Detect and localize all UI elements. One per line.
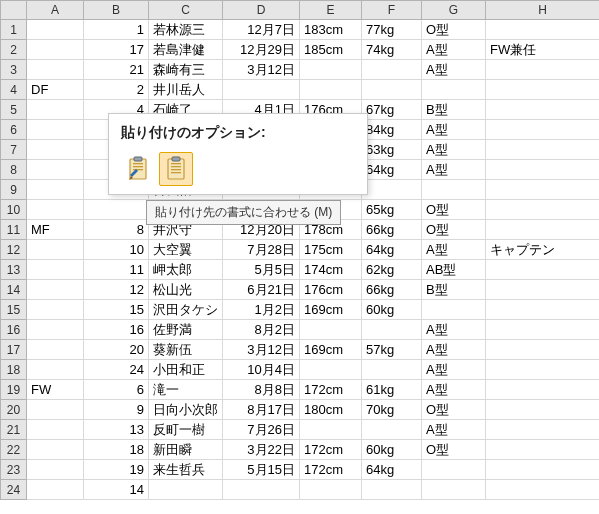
cell-C12[interactable]: 大空翼 [149, 240, 223, 260]
col-header-G[interactable]: G [422, 1, 486, 20]
cell-E15[interactable]: 169cm [300, 300, 362, 320]
cell-G8[interactable]: A型 [422, 160, 486, 180]
cell-E2[interactable]: 185cm [300, 40, 362, 60]
row-header[interactable]: 6 [1, 120, 27, 140]
cell-H7[interactable] [486, 140, 600, 160]
cell-B1[interactable]: 1 [84, 20, 149, 40]
cell-F8[interactable]: 64kg [362, 160, 422, 180]
row-header[interactable]: 11 [1, 220, 27, 240]
cell-G20[interactable]: O型 [422, 400, 486, 420]
col-header-D[interactable]: D [223, 1, 300, 20]
cell-D4[interactable] [223, 80, 300, 100]
row-header[interactable]: 13 [1, 260, 27, 280]
row-header[interactable]: 16 [1, 320, 27, 340]
cell-F15[interactable]: 60kg [362, 300, 422, 320]
cell-C13[interactable]: 岬太郎 [149, 260, 223, 280]
cell-D19[interactable]: 8月8日 [223, 380, 300, 400]
col-header-C[interactable]: C [149, 1, 223, 20]
cell-E18[interactable] [300, 360, 362, 380]
cell-C16[interactable]: 佐野満 [149, 320, 223, 340]
cell-E13[interactable]: 174cm [300, 260, 362, 280]
cell-D23[interactable]: 5月15日 [223, 460, 300, 480]
cell-A19[interactable]: FW [27, 380, 84, 400]
cell-A24[interactable] [27, 480, 84, 500]
cell-H20[interactable] [486, 400, 600, 420]
cell-A8[interactable] [27, 160, 84, 180]
cell-B16[interactable]: 16 [84, 320, 149, 340]
cell-F18[interactable] [362, 360, 422, 380]
cell-A9[interactable] [27, 180, 84, 200]
cell-E17[interactable]: 169cm [300, 340, 362, 360]
row-header[interactable]: 9 [1, 180, 27, 200]
cell-D13[interactable]: 5月5日 [223, 260, 300, 280]
cell-G7[interactable]: A型 [422, 140, 486, 160]
cell-F9[interactable] [362, 180, 422, 200]
cell-F21[interactable] [362, 420, 422, 440]
cell-F11[interactable]: 66kg [362, 220, 422, 240]
cell-A20[interactable] [27, 400, 84, 420]
cell-H3[interactable] [486, 60, 600, 80]
row-header[interactable]: 22 [1, 440, 27, 460]
cell-F3[interactable] [362, 60, 422, 80]
cell-H5[interactable] [486, 100, 600, 120]
cell-G11[interactable]: O型 [422, 220, 486, 240]
cell-B23[interactable]: 19 [84, 460, 149, 480]
row-header[interactable]: 20 [1, 400, 27, 420]
cell-H23[interactable] [486, 460, 600, 480]
cell-F13[interactable]: 62kg [362, 260, 422, 280]
cell-B14[interactable]: 12 [84, 280, 149, 300]
cell-F14[interactable]: 66kg [362, 280, 422, 300]
cell-C14[interactable]: 松山光 [149, 280, 223, 300]
cell-F5[interactable]: 67kg [362, 100, 422, 120]
cell-G24[interactable] [422, 480, 486, 500]
cell-D3[interactable]: 3月12日 [223, 60, 300, 80]
cell-H10[interactable] [486, 200, 600, 220]
cell-B15[interactable]: 15 [84, 300, 149, 320]
cell-A15[interactable] [27, 300, 84, 320]
cell-E14[interactable]: 176cm [300, 280, 362, 300]
cell-H4[interactable] [486, 80, 600, 100]
cell-C1[interactable]: 若林源三 [149, 20, 223, 40]
paste-keep-source-formatting-button[interactable] [121, 152, 155, 186]
cell-A6[interactable] [27, 120, 84, 140]
cell-D24[interactable] [223, 480, 300, 500]
row-header[interactable]: 21 [1, 420, 27, 440]
col-header-B[interactable]: B [84, 1, 149, 20]
cell-A11[interactable]: MF [27, 220, 84, 240]
cell-D18[interactable]: 10月4日 [223, 360, 300, 380]
cell-H24[interactable] [486, 480, 600, 500]
row-header[interactable]: 4 [1, 80, 27, 100]
cell-G19[interactable]: A型 [422, 380, 486, 400]
cell-A7[interactable] [27, 140, 84, 160]
cell-D12[interactable]: 7月28日 [223, 240, 300, 260]
cell-D1[interactable]: 12月7日 [223, 20, 300, 40]
cell-F22[interactable]: 60kg [362, 440, 422, 460]
cell-A23[interactable] [27, 460, 84, 480]
cell-E1[interactable]: 183cm [300, 20, 362, 40]
cell-E4[interactable] [300, 80, 362, 100]
cell-B3[interactable]: 21 [84, 60, 149, 80]
cell-G14[interactable]: B型 [422, 280, 486, 300]
cell-A1[interactable] [27, 20, 84, 40]
cell-H17[interactable] [486, 340, 600, 360]
cell-E12[interactable]: 175cm [300, 240, 362, 260]
cell-E21[interactable] [300, 420, 362, 440]
cell-A5[interactable] [27, 100, 84, 120]
cell-G10[interactable]: O型 [422, 200, 486, 220]
cell-H16[interactable] [486, 320, 600, 340]
col-header-A[interactable]: A [27, 1, 84, 20]
cell-F1[interactable]: 77kg [362, 20, 422, 40]
cell-B10[interactable] [84, 200, 149, 220]
cell-B18[interactable]: 24 [84, 360, 149, 380]
spreadsheet-grid[interactable]: A B C D E F G H 11若林源三12月7日183cm77kgO型21… [0, 0, 599, 500]
cell-A18[interactable] [27, 360, 84, 380]
cell-G3[interactable]: A型 [422, 60, 486, 80]
cell-H15[interactable] [486, 300, 600, 320]
row-header[interactable]: 5 [1, 100, 27, 120]
cell-C17[interactable]: 葵新伍 [149, 340, 223, 360]
cell-G18[interactable]: A型 [422, 360, 486, 380]
row-header[interactable]: 19 [1, 380, 27, 400]
select-all-corner[interactable] [1, 1, 27, 20]
cell-F24[interactable] [362, 480, 422, 500]
cell-D15[interactable]: 1月2日 [223, 300, 300, 320]
